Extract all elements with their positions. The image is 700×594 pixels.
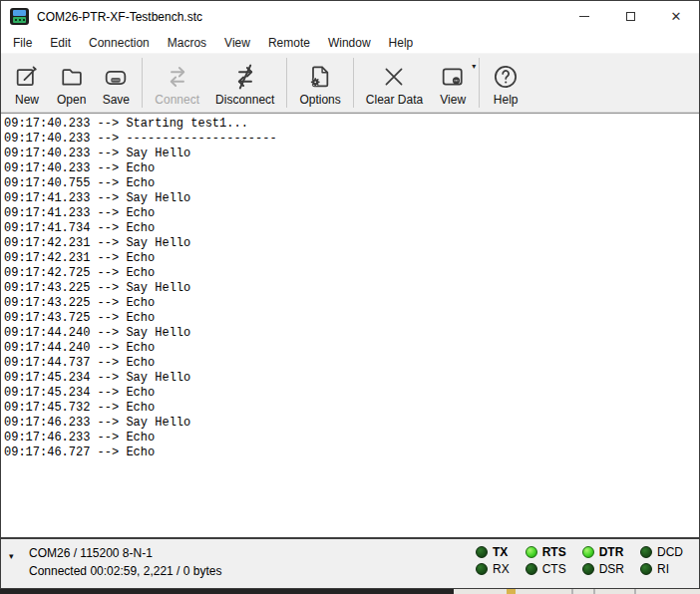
terminal-line: 09:17:45.732 --> Echo (4, 401, 699, 416)
terminal-line: 09:17:41.233 --> Echo (4, 206, 699, 221)
terminal-line: 09:17:42.725 --> Echo (4, 266, 699, 281)
menu-item-file[interactable]: File (4, 33, 41, 53)
help-button[interactable]: Help (484, 54, 527, 112)
indicator-tx[interactable]: TX (476, 545, 510, 559)
maximize-button[interactable] (607, 1, 653, 32)
terminal-line: 09:17:46.727 --> Echo (4, 446, 699, 460)
menu-item-connection[interactable]: Connection (80, 33, 159, 53)
view-window-icon (439, 63, 467, 91)
signal-indicators: TXRXRTSCTSDTRDSRDCDRI (476, 545, 683, 576)
terminal-line: 09:17:40.233 --> Starting test1... (4, 117, 699, 132)
indicator-label: RX (493, 562, 510, 576)
minimize-button[interactable] (561, 1, 607, 32)
terminal-line: 09:17:40.233 --> --------------------- (4, 132, 699, 147)
view-dropdown-icon[interactable]: ▾ (472, 63, 476, 71)
indicator-label: DCD (657, 545, 683, 559)
status-text: COM26 / 115200 8-N-1 Connected 00:02:59,… (29, 544, 221, 580)
open-button[interactable]: Open (49, 54, 94, 112)
connect-arrows-icon (163, 62, 192, 92)
toolbar-separator (286, 58, 287, 108)
indicator-rx: RX (476, 562, 510, 576)
connection-settings: COM26 / 115200 8-N-1 (29, 544, 221, 562)
save-button-label: Save (103, 93, 130, 107)
minimize-icon (579, 16, 589, 17)
indicator-ri: RI (640, 562, 683, 576)
open-button-label: Open (57, 93, 86, 107)
indicator-label: TX (493, 545, 508, 559)
disconnect-button[interactable]: Disconnect (207, 54, 282, 112)
view-button[interactable]: ▾ View (431, 54, 475, 112)
indicator-rts[interactable]: RTS (525, 545, 566, 559)
clear-x-icon (380, 63, 408, 91)
options-gear-icon (306, 63, 334, 91)
terminal-line: 09:17:43.225 --> Say Hello (4, 281, 699, 296)
indicator-label: RTS (542, 545, 566, 559)
terminal-output[interactable]: 09:17:40.233 --> Starting test1...09:17:… (1, 113, 699, 537)
terminal-line: 09:17:42.231 --> Echo (4, 251, 699, 266)
open-folder-icon (58, 63, 86, 91)
app-icon (10, 8, 29, 25)
close-icon: ✕ (671, 10, 682, 23)
status-collapse-icon[interactable]: ▾ (9, 552, 14, 561)
terminal-line: 09:17:41.734 --> Echo (4, 221, 699, 236)
menu-item-remote[interactable]: Remote (259, 33, 319, 53)
terminal-line: 09:17:44.240 --> Echo (4, 341, 699, 356)
menu-item-macros[interactable]: Macros (159, 33, 215, 53)
menu-item-view[interactable]: View (215, 33, 259, 53)
connect-button-label: Connect (155, 93, 199, 107)
toolbar: New Open Save Connect (1, 53, 699, 113)
led-rts-icon (525, 546, 537, 558)
terminal-line: 09:17:42.231 --> Say Hello (4, 236, 699, 251)
menu-item-edit[interactable]: Edit (41, 33, 80, 53)
terminal-line: 09:17:40.233 --> Say Hello (4, 147, 699, 161)
indicator-label: CTS (542, 562, 566, 576)
led-tx-icon (476, 546, 488, 558)
led-dsr-icon (582, 563, 594, 575)
indicator-label: DSR (599, 562, 624, 576)
menu-item-help[interactable]: Help (380, 33, 423, 53)
led-rx-icon (476, 563, 488, 575)
disconnect-button-label: Disconnect (215, 93, 274, 107)
options-button[interactable]: Options (291, 54, 348, 112)
led-dcd-icon (640, 546, 652, 558)
toolbar-separator (353, 58, 354, 108)
terminal-line: 09:17:40.233 --> Echo (4, 161, 699, 176)
indicator-label: RI (657, 562, 669, 576)
save-drive-icon (102, 63, 130, 91)
terminal-line: 09:17:44.737 --> Echo (4, 356, 699, 371)
status-bar: ▾ COM26 / 115200 8-N-1 Connected 00:02:5… (1, 537, 699, 588)
led-ri-icon (640, 563, 652, 575)
save-button[interactable]: Save (94, 54, 138, 112)
connect-button: Connect (147, 54, 207, 112)
terminal-line: 09:17:40.755 --> Echo (4, 176, 699, 191)
terminal-line: 09:17:43.725 --> Echo (4, 311, 699, 326)
new-button[interactable]: New (5, 54, 49, 112)
app-window: COM26-PTR-XF-Testbench.stc ✕ FileEditCon… (0, 0, 700, 589)
terminal-line: 09:17:46.233 --> Echo (4, 431, 699, 446)
indicator-dtr[interactable]: DTR (582, 545, 624, 559)
indicator-dcd: DCD (640, 545, 683, 559)
title-bar: COM26-PTR-XF-Testbench.stc ✕ (1, 1, 699, 32)
help-question-icon (492, 63, 520, 91)
window-title: COM26-PTR-XF-Testbench.stc (37, 10, 202, 24)
toolbar-separator (142, 58, 143, 108)
close-button[interactable]: ✕ (653, 1, 699, 32)
menu-item-window[interactable]: Window (319, 33, 380, 53)
help-button-label: Help (494, 93, 519, 107)
terminal-line: 09:17:45.234 --> Echo (4, 386, 699, 401)
disconnect-arrows-icon (230, 62, 260, 92)
clear-data-button[interactable]: Clear Data (358, 54, 431, 112)
terminal-line: 09:17:43.225 --> Echo (4, 296, 699, 311)
terminal-line: 09:17:46.233 --> Say Hello (4, 416, 699, 431)
indicator-cts: CTS (525, 562, 566, 576)
terminal-line: 09:17:45.234 --> Say Hello (4, 371, 699, 386)
terminal-line: 09:17:41.233 --> Say Hello (4, 191, 699, 206)
indicator-dsr: DSR (582, 562, 624, 576)
options-button-label: Options (299, 93, 340, 107)
window-controls: ✕ (561, 1, 699, 32)
led-dtr-icon (582, 546, 594, 558)
new-file-icon (13, 63, 41, 91)
new-button-label: New (15, 93, 39, 107)
maximize-icon (626, 12, 635, 21)
connection-status: Connected 00:02:59, 2,221 / 0 bytes (29, 562, 221, 580)
